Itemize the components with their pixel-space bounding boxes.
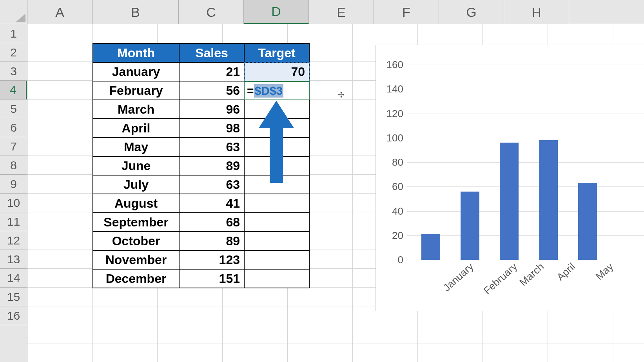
header-month[interactable]: Month — [93, 43, 179, 62]
cell-month[interactable]: January — [93, 62, 179, 81]
cell-sales[interactable]: 123 — [179, 250, 244, 269]
column-header-d[interactable]: D — [244, 0, 309, 24]
chart-xlabel: February — [481, 261, 520, 297]
row-header-13[interactable]: 13 — [0, 250, 27, 269]
cell-target[interactable] — [244, 213, 309, 232]
row-header-3[interactable]: 3 — [0, 62, 27, 81]
cell-sales[interactable]: 68 — [179, 213, 244, 232]
cell-sales[interactable]: 21 — [179, 62, 244, 81]
cell-month[interactable]: November — [93, 250, 179, 269]
cell-target[interactable] — [244, 100, 309, 119]
row-header-14[interactable]: 14 — [0, 269, 27, 288]
column-header-c[interactable]: C — [179, 0, 244, 24]
chart-ytick: 140 — [380, 83, 403, 95]
cell-target[interactable]: 70 — [244, 62, 309, 81]
table-row: June89 — [93, 156, 309, 175]
cell-month[interactable]: August — [93, 194, 179, 213]
chart-bar[interactable] — [421, 234, 440, 260]
cell-month[interactable]: February — [93, 81, 179, 100]
cell-target[interactable] — [244, 156, 309, 175]
cell-sales[interactable]: 41 — [179, 194, 244, 213]
cell-sales[interactable]: 63 — [179, 138, 244, 156]
column-header-e[interactable]: E — [309, 0, 374, 24]
chart[interactable]: 020406080100120140160 JanuaryFebruaryMar… — [376, 45, 644, 311]
cell-month[interactable]: June — [93, 156, 179, 175]
row-header-4[interactable]: 4 — [0, 81, 27, 100]
chart-ytick: 120 — [380, 107, 403, 119]
chart-ytick: 60 — [380, 181, 403, 193]
chart-ytick: 0 — [380, 254, 403, 266]
table-row: December151 — [93, 269, 309, 288]
table-row: October89 — [93, 232, 309, 250]
row-header-11[interactable]: 11 — [0, 212, 27, 231]
table-row: August41 — [93, 194, 309, 213]
chart-bar[interactable] — [539, 140, 558, 260]
cell-target[interactable] — [244, 232, 309, 250]
editing-cell-d4[interactable]: =$D$3 — [244, 81, 310, 100]
row-header-7[interactable]: 7 — [0, 137, 27, 156]
column-header-a[interactable]: A — [27, 0, 93, 24]
cell-month[interactable]: July — [93, 175, 179, 194]
cell-month[interactable]: April — [93, 119, 179, 138]
cell-sales[interactable]: 89 — [179, 232, 244, 250]
formula-equals: = — [247, 84, 254, 98]
header-sales[interactable]: Sales — [179, 43, 244, 62]
chart-xlabel: January — [441, 261, 476, 294]
cell-month[interactable]: May — [93, 138, 179, 156]
chart-bar-slot — [450, 65, 490, 260]
cell-target[interactable] — [244, 269, 309, 288]
cell-month[interactable]: October — [93, 232, 179, 250]
row-header-12[interactable]: 12 — [0, 231, 27, 250]
chart-bar-slot — [411, 65, 450, 260]
cell-target[interactable] — [244, 119, 309, 138]
chart-gridline — [407, 260, 644, 260]
cell-month[interactable]: December — [93, 269, 179, 288]
cell-sales[interactable]: 151 — [179, 269, 244, 288]
grid-area[interactable]: Month Sales Target January2170February56… — [27, 24, 644, 362]
formula-reference: $D$3 — [254, 84, 284, 98]
column-header-f[interactable]: F — [374, 0, 439, 24]
chart-bar[interactable] — [500, 143, 519, 260]
chart-bar[interactable] — [461, 192, 479, 260]
cell-target[interactable] — [244, 250, 309, 269]
row-header-1[interactable]: 1 — [0, 24, 27, 43]
cell-sales[interactable]: 98 — [179, 119, 244, 138]
cell-target[interactable] — [244, 138, 309, 156]
table-row: November123 — [93, 250, 309, 269]
cell-sales[interactable]: 96 — [179, 100, 244, 119]
chart-ytick: 40 — [380, 205, 403, 217]
column-header-b[interactable]: B — [93, 0, 179, 24]
row-header-5[interactable]: 5 — [0, 100, 27, 118]
column-header-row: ABCDEFGH — [0, 0, 644, 24]
row-header-column: 12345678910111213141516 — [0, 24, 27, 362]
row-header-2[interactable]: 2 — [0, 43, 27, 62]
row-header-10[interactable]: 10 — [0, 194, 27, 212]
table-row: January2170 — [93, 62, 309, 81]
chart-bar-slot — [490, 65, 529, 260]
column-header-g[interactable]: G — [439, 0, 504, 24]
select-all-corner[interactable] — [0, 0, 27, 24]
cell-month[interactable]: March — [93, 100, 179, 119]
chart-ytick: 20 — [380, 229, 403, 241]
row-header-16[interactable]: 16 — [0, 306, 27, 325]
header-target[interactable]: Target — [244, 43, 309, 62]
row-header-8[interactable]: 8 — [0, 156, 27, 175]
cell-target[interactable] — [244, 194, 309, 213]
table-row: May63 — [93, 138, 309, 156]
cell-sales[interactable]: 56 — [179, 81, 244, 100]
cell-month[interactable]: September — [93, 213, 179, 232]
column-header-h[interactable]: H — [504, 0, 569, 24]
cell-target[interactable] — [244, 175, 309, 194]
row-header-6[interactable]: 6 — [0, 118, 27, 137]
cell-sales[interactable]: 89 — [179, 156, 244, 175]
table-row: September68 — [93, 213, 309, 232]
row-header-9[interactable]: 9 — [0, 175, 27, 194]
chart-bar-slot — [529, 65, 568, 260]
spreadsheet: ABCDEFGH 12345678910111213141516 Month S… — [0, 0, 644, 362]
chart-xlabel: March — [517, 261, 546, 288]
chart-bar[interactable] — [578, 183, 597, 260]
row-header-15[interactable]: 15 — [0, 288, 27, 306]
cell-sales[interactable]: 63 — [179, 175, 244, 194]
data-table: Month Sales Target January2170February56… — [93, 43, 310, 288]
table-row: July63 — [93, 175, 309, 194]
